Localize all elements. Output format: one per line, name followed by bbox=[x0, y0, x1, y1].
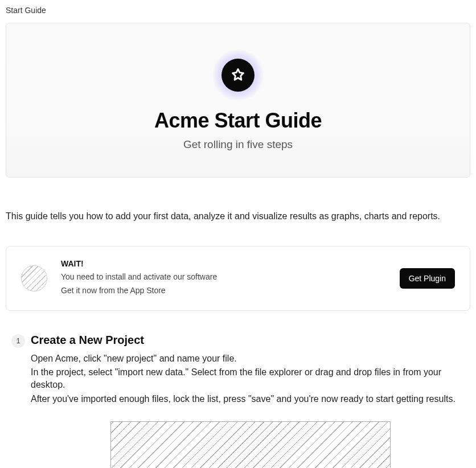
page-title: Acme Start Guide bbox=[154, 109, 322, 133]
hero-icon-circle bbox=[221, 59, 255, 92]
step-image-placeholder bbox=[110, 421, 391, 468]
get-plugin-button[interactable]: Get Plugin bbox=[400, 268, 455, 289]
hero-icon-glow bbox=[212, 50, 264, 101]
step-paragraph: After you've imported enough files, lock… bbox=[31, 393, 470, 405]
breadcrumb: Start Guide bbox=[6, 0, 470, 23]
install-callout: WAIT! You need to install and activate o… bbox=[6, 246, 470, 311]
step-paragraph: Open Acme, click "new project" and name … bbox=[31, 352, 470, 365]
hero-banner: Acme Start Guide Get rolling in five ste… bbox=[6, 23, 470, 178]
callout-line-2: Get it now from the App Store bbox=[61, 284, 386, 298]
step-paragraph: In the project, select "import new data.… bbox=[31, 366, 470, 392]
callout-body: WAIT! You need to install and activate o… bbox=[61, 259, 386, 298]
step-title: Create a New Project bbox=[31, 334, 470, 347]
step-number-badge: 1 bbox=[11, 334, 25, 348]
star-icon bbox=[230, 67, 246, 83]
callout-line-1: You need to install and activate our sof… bbox=[61, 270, 386, 284]
callout-title: WAIT! bbox=[61, 259, 386, 268]
page-subtitle: Get rolling in five steps bbox=[183, 138, 293, 151]
step-1: 1 Create a New Project Open Acme, click … bbox=[6, 334, 470, 468]
placeholder-icon bbox=[21, 265, 47, 292]
intro-text: This guide tells you how to add your fir… bbox=[6, 210, 470, 223]
step-body: Open Acme, click "new project" and name … bbox=[31, 352, 470, 406]
